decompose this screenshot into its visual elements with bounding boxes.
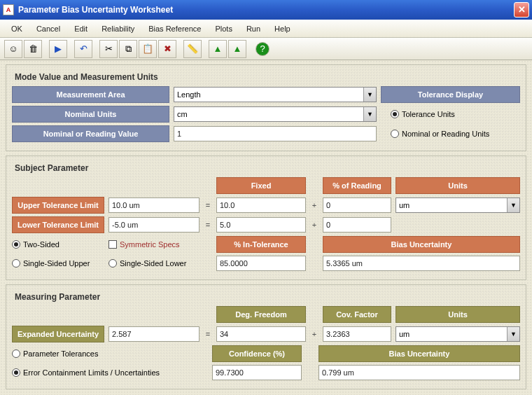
radio-parameter-tolerances[interactable]: Parameter Tolerances <box>12 348 208 359</box>
pct-intolerance-label: % In-Tolerance <box>216 236 306 253</box>
upper-fixed-input[interactable]: 10.0 <box>216 198 306 213</box>
measurement-area-value: Length <box>177 90 201 99</box>
play-icon[interactable]: ▶ <box>49 40 67 58</box>
triangle-icon-1[interactable]: ▲ <box>209 40 227 58</box>
radio-tolerance-units[interactable]: Tolerance Units <box>391 109 520 120</box>
measurement-area-label: Measurement Area <box>12 86 169 103</box>
measurement-area-dropdown[interactable]: Length ▼ <box>174 87 377 102</box>
menu-cancel[interactable]: Cancel <box>29 22 67 36</box>
nominal-reading-value-input[interactable]: 1 <box>174 126 377 141</box>
close-button[interactable]: ✕ <box>514 2 529 18</box>
ruler-icon[interactable]: 📏 <box>183 40 202 58</box>
undo-icon[interactable]: ↶ <box>74 40 92 58</box>
chevron-down-icon[interactable]: ▼ <box>363 107 376 121</box>
radio-error-containment[interactable]: Error Containment Limits / Uncertainties <box>12 367 208 378</box>
upper-pct-input[interactable]: 0 <box>323 198 391 213</box>
menu-run[interactable]: Run <box>239 22 267 36</box>
upper-tol-input[interactable]: 10.0 um <box>108 198 200 213</box>
cov-factor-label: Cov. Factor <box>323 306 391 323</box>
upper-tol-label: Upper Tolerance Limit <box>12 197 104 214</box>
subject-parameter-section: Subject Parameter Fixed % of Reading Uni… <box>6 155 526 280</box>
radio-single-sided-lower[interactable]: Single-Sided Lower <box>108 258 200 269</box>
subject-units-dropdown[interactable]: um ▼ <box>396 198 520 213</box>
checkbox-symmetric-specs[interactable]: Symmetric Specs <box>108 239 200 250</box>
deg-freedom-label: Deg. Freedom <box>216 306 306 323</box>
bias-uncertainty-value-measuring[interactable]: 0.799 um <box>318 365 520 380</box>
lower-tol-label: Lower Tolerance Limit <box>12 216 104 233</box>
triangle-icon-2[interactable]: ▲ <box>228 40 246 58</box>
paste-icon[interactable]: 📋 <box>139 40 157 58</box>
menu-ok[interactable]: OK <box>4 22 29 36</box>
app-icon: A <box>3 4 14 15</box>
lower-tol-input[interactable]: -5.0 um <box>108 217 200 233</box>
bias-uncertainty-value-subject[interactable]: 5.3365 um <box>323 256 520 271</box>
bias-uncertainty-label-measuring: Bias Uncertainty <box>318 345 520 362</box>
radio-two-sided[interactable]: Two-Sided <box>12 239 104 250</box>
toolbar: ☺ 🗑 ▶ ↶ ✂ ⧉ 📋 ✖ 📏 ▲ ▲ ? <box>0 38 532 60</box>
menu-bar: OK Cancel Edit Reliability Bias Referenc… <box>0 20 532 38</box>
section-title-mode: Mode Value and Measurement Units <box>12 68 520 86</box>
title-bar: A Parameter Bias Uncertainty Worksheet ✕ <box>0 0 532 20</box>
radio-single-sided-upper[interactable]: Single-Sided Upper <box>12 258 104 269</box>
deg-freedom-input[interactable]: 34 <box>216 326 306 342</box>
measuring-units-dropdown[interactable]: um ▼ <box>396 326 520 342</box>
pct-intolerance-value[interactable]: 85.0000 <box>216 256 306 271</box>
chevron-down-icon[interactable]: ▼ <box>507 198 519 212</box>
lower-pct-input[interactable]: 0 <box>323 217 391 233</box>
section-title-measuring: Measuring Parameter <box>12 288 520 306</box>
window-title: Parameter Bias Uncertainty Worksheet <box>18 5 173 15</box>
tolerance-display-label: Tolerance Display <box>381 86 520 103</box>
delete-icon[interactable]: ✖ <box>158 40 176 58</box>
help-icon[interactable]: ? <box>255 42 270 56</box>
confidence-value[interactable]: 99.7300 <box>212 365 302 380</box>
expanded-uncertainty-label: Expanded Uncertainty <box>12 326 104 342</box>
nominal-units-dropdown[interactable]: cm ▼ <box>174 106 377 122</box>
nominal-units-label: Nominal Units <box>12 106 169 123</box>
cut-icon[interactable]: ✂ <box>99 40 118 58</box>
nominal-reading-value-label: Nominal or Reading Value <box>12 125 169 142</box>
lower-fixed-input[interactable]: 5.0 <box>216 217 306 233</box>
menu-bias-reference[interactable]: Bias Reference <box>141 22 208 36</box>
smiley-icon[interactable]: ☺ <box>4 40 22 58</box>
units-label-subject: Units <box>396 177 520 194</box>
copy-icon[interactable]: ⧉ <box>119 40 137 58</box>
cov-factor-input[interactable]: 3.2363 <box>323 326 391 342</box>
confidence-label: Confidence (%) <box>212 345 302 362</box>
expanded-uncertainty-input[interactable]: 2.587 <box>108 326 200 342</box>
nominal-units-value: cm <box>177 110 188 118</box>
menu-help[interactable]: Help <box>267 22 298 36</box>
measuring-parameter-section: Measuring Parameter Deg. Freedom Cov. Fa… <box>6 284 526 389</box>
fixed-label: Fixed <box>216 177 306 194</box>
bias-uncertainty-label-subject: Bias Uncertainty <box>323 236 520 253</box>
units-label-measuring: Units <box>396 306 520 323</box>
mode-value-section: Mode Value and Measurement Units Measure… <box>6 64 526 151</box>
pct-reading-label: % of Reading <box>323 177 391 194</box>
menu-edit[interactable]: Edit <box>67 22 94 36</box>
menu-reliability[interactable]: Reliability <box>94 22 141 36</box>
chevron-down-icon[interactable]: ▼ <box>363 88 376 102</box>
menu-plots[interactable]: Plots <box>208 22 239 36</box>
section-title-subject: Subject Parameter <box>12 159 520 177</box>
radio-nominal-reading-units[interactable]: Nominal or Reading Units <box>391 128 520 139</box>
chevron-down-icon[interactable]: ▼ <box>507 327 519 341</box>
trash-icon[interactable]: 🗑 <box>24 40 42 58</box>
